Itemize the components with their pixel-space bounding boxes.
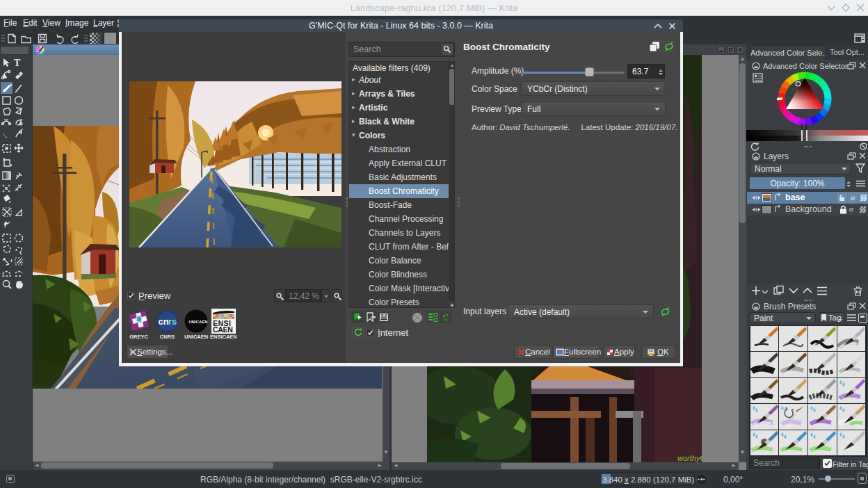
- svg-text:CAEN: CAEN: [213, 325, 233, 334]
- svg-text:T: T: [14, 58, 21, 68]
- svg-text:worthy6: worthy6: [677, 454, 702, 462]
- svg-text:cn: cn: [159, 316, 169, 327]
- svg-text:rs: rs: [168, 316, 177, 327]
- svg-text:UN!CAEN: UN!CAEN: [189, 320, 208, 324]
